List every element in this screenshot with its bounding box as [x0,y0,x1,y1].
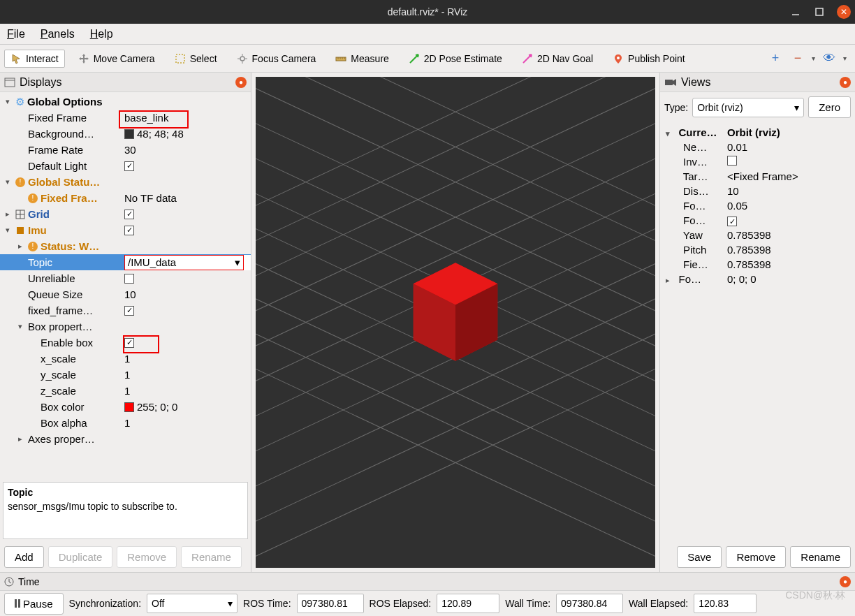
checkbox[interactable]: ✓ [124,306,134,316]
close-icon[interactable]: ✕ [837,5,851,19]
tree-row[interactable]: Background…48; 48; 48 [0,126,251,142]
menu-file[interactable]: File [4,27,28,42]
menu-help[interactable]: Help [87,27,116,42]
views-row[interactable]: Fo…✓ [660,213,855,228]
views-row[interactable]: Tar…<Fixed Frame> [660,169,855,184]
views-row[interactable]: Ne…0.01 [660,140,855,154]
expander-icon[interactable]: ▾ [3,177,13,186]
expander-icon[interactable]: ▾ [3,226,13,235]
tool-select[interactable]: Select [168,50,224,68]
add-icon[interactable]: + [767,51,784,66]
tree-row[interactable]: y_scale1 [0,367,251,383]
tree-value: 1 [124,353,130,365]
sync-select[interactable]: Off▾ [147,594,238,613]
checkbox[interactable]: ✓ [124,210,134,219]
minimize-icon[interactable] [789,6,802,18]
tree-row[interactable]: Topic/IMU_data▾ [0,254,251,270]
remove-button[interactable]: Remove [117,546,177,568]
tree-label: Global Statu… [28,176,100,188]
expander-icon[interactable]: ▸ [15,434,25,443]
views-row[interactable]: Inv… [660,154,855,169]
tree-row[interactable]: ▸!Status: W… [0,238,251,254]
panel-title: Views [681,76,835,89]
view-type-select[interactable]: Orbit (rviz)▾ [692,98,804,117]
checkbox[interactable] [727,156,737,166]
rename-button[interactable]: Rename [790,546,851,568]
help-box: Topic sensor_msgs/Imu topic to subscribe… [3,482,248,539]
expander-icon[interactable]: ▾ [3,97,13,106]
panel-close-icon[interactable]: ● [840,576,851,587]
tool-publish-point[interactable]: Publish Point [606,50,692,68]
tool-2d-nav[interactable]: 2D Nav Goal [516,50,599,68]
cursor-icon [10,53,22,64]
tree-row[interactable]: Box color255; 0; 0 [0,399,251,415]
tree-row[interactable]: ▸Grid✓ [0,206,251,222]
tree-row[interactable]: Enable box✓ [0,335,251,351]
topic-select[interactable]: /IMU_data▾ [124,255,244,270]
save-button[interactable]: Save [677,546,722,568]
chevron-down-icon[interactable]: ▾ [843,54,847,62]
tree-row[interactable]: ▾⚙Global Options [0,94,251,110]
checkbox[interactable]: ✓ [124,161,134,171]
tool-focus-camera[interactable]: Focus Camera [231,50,323,68]
tree-row[interactable]: ▾Box propert… [0,318,251,335]
views-row[interactable]: ▸ Fo…0; 0; 0 [660,272,855,286]
tree-row[interactable]: x_scale1 [0,351,251,367]
panel-close-icon[interactable]: ● [235,77,247,88]
views-row[interactable]: Yaw0.785398 [660,228,855,242]
svg-line-50 [9,582,11,583]
svg-rect-19 [17,227,24,234]
tree-row[interactable]: ▾!Global Statu… [0,174,251,190]
tree-label: fixed_frame… [28,305,93,316]
views-row[interactable]: Dis…10 [660,184,855,198]
remove-icon[interactable]: − [789,51,806,66]
3d-view-panel[interactable] [251,73,659,572]
views-row[interactable]: Fo…0.05 [660,198,855,213]
tool-move-camera[interactable]: Move Camera [72,50,161,68]
tree-row[interactable]: Unreliable [0,270,251,286]
help-title: Topic [8,487,243,498]
tree-row[interactable]: Frame Rate30 [0,142,251,158]
tree-row[interactable]: !Fixed Fra…No TF data [0,190,251,206]
tree-row[interactable]: fixed_frame…✓ [0,302,251,318]
tree-row[interactable]: ▸Axes proper… [0,431,251,447]
expander-icon[interactable]: ▾ [15,322,25,331]
tree-value: 1 [124,369,130,381]
maximize-icon[interactable] [813,6,826,18]
clock-icon [4,577,14,587]
duplicate-button[interactable]: Duplicate [48,546,113,568]
add-button[interactable]: Add [4,546,44,568]
tool-measure[interactable]: Measure [329,50,395,68]
tree-row[interactable]: Box alpha1 [0,415,251,431]
rename-button[interactable]: Rename [181,546,242,568]
warning-icon: ! [28,193,38,203]
svg-rect-1 [816,8,823,15]
tree-label: Box alpha [41,417,87,429]
tree-label: Fixed Fra… [41,192,98,204]
zero-button[interactable]: Zero [808,96,851,118]
checkbox[interactable] [124,274,134,284]
tree-row[interactable]: Default Light✓ [0,158,251,174]
checkbox[interactable]: ✓ [124,338,134,348]
views-row[interactable]: Pitch0.785398 [660,242,855,257]
tree-row[interactable]: z_scale1 [0,383,251,399]
checkbox[interactable]: ✓ [124,226,134,235]
menu-panels[interactable]: Panels [38,27,78,42]
remove-button[interactable]: Remove [726,546,786,568]
panel-close-icon[interactable]: ● [840,77,851,88]
tree-row[interactable]: ▾Imu✓ [0,222,251,238]
expander-icon[interactable]: ▸ [15,242,25,251]
expander-icon[interactable]: ▾ [666,129,670,138]
tool-2d-pose[interactable]: 2D Pose Estimate [402,50,509,68]
tree-row[interactable]: Fixed Framebase_link [0,110,251,126]
tool-interact[interactable]: Interact [4,50,65,68]
expander-icon[interactable]: ▸ [666,276,670,284]
views-row[interactable]: Fie…0.785398 [660,257,855,272]
eye-icon[interactable]: 👁 [821,51,838,66]
checkbox[interactable]: ✓ [727,217,737,226]
chevron-down-icon[interactable]: ▾ [812,54,815,62]
views-row[interactable]: ▾ Curre…Orbit (rviz) [660,125,855,140]
tree-row[interactable]: Queue Size10 [0,286,251,302]
expander-icon[interactable]: ▸ [3,210,13,219]
pause-button[interactable]: Pause [4,593,64,615]
